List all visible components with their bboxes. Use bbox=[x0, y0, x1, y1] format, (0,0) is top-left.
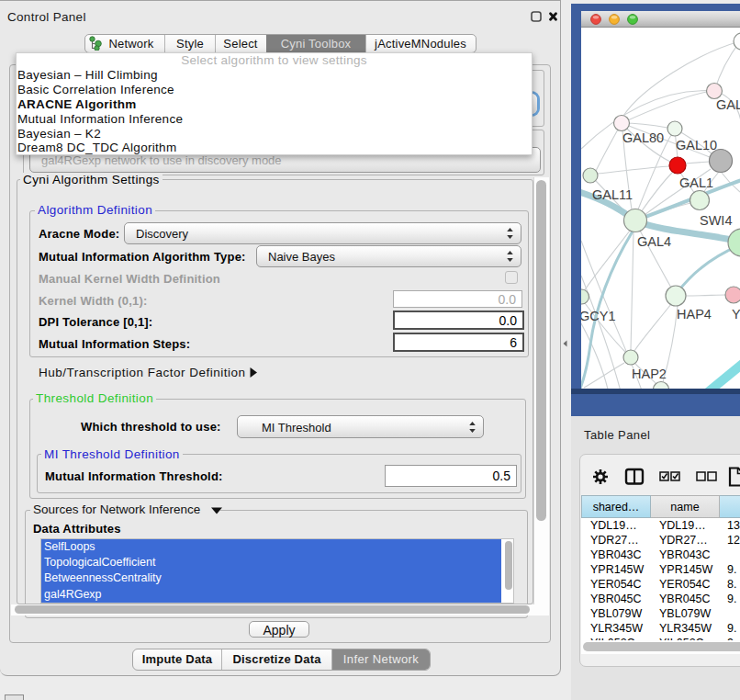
svg-text:YM: YM bbox=[732, 307, 740, 322]
svg-text:GCY1: GCY1 bbox=[581, 309, 616, 323]
svg-text:GAL7: GAL7 bbox=[716, 97, 740, 112]
svg-text:GAL11: GAL11 bbox=[592, 187, 633, 202]
svg-text:SWI4: SWI4 bbox=[700, 213, 732, 228]
svg-text:HAP4: HAP4 bbox=[677, 307, 712, 322]
svg-text:HAP2: HAP2 bbox=[632, 367, 667, 381]
svg-text:GAL80: GAL80 bbox=[622, 130, 664, 145]
svg-text:GAL1: GAL1 bbox=[679, 175, 713, 190]
svg-text:GAL10: GAL10 bbox=[676, 138, 717, 152]
svg-text:GAL4: GAL4 bbox=[637, 234, 671, 249]
